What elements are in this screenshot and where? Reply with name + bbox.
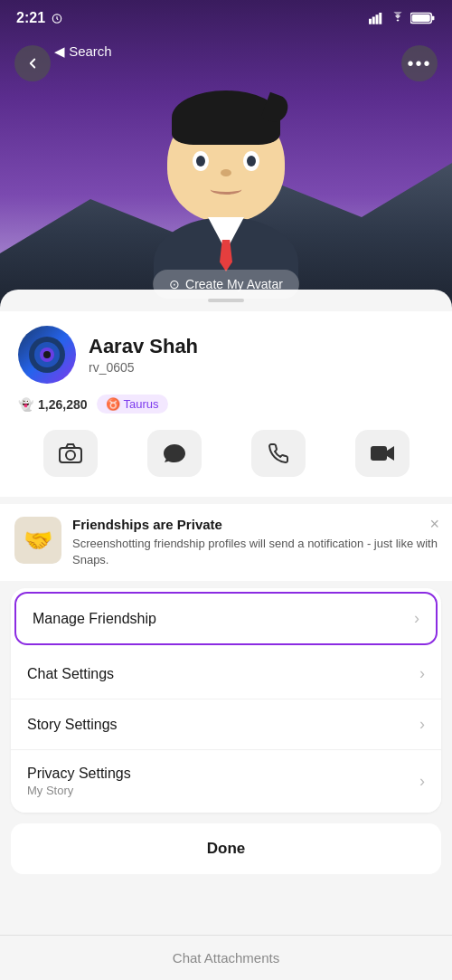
- wifi-icon: [390, 12, 406, 24]
- notice-text: Friendships are Private Screenshotting f…: [72, 517, 438, 568]
- video-icon: [370, 444, 395, 462]
- manage-friendship-label-group: Manage Friendship: [33, 611, 156, 627]
- alarm-icon: [51, 12, 63, 24]
- chat-icon: [163, 442, 186, 464]
- story-settings-label: Story Settings: [27, 717, 118, 733]
- zodiac-badge: ♉ Taurus: [97, 395, 168, 414]
- privacy-settings-label-group: Privacy Settings My Story: [27, 766, 131, 797]
- svg-rect-2: [372, 17, 375, 24]
- chat-settings-item[interactable]: Chat Settings ›: [11, 649, 441, 699]
- svg-point-11: [43, 351, 51, 358]
- camera-icon: [59, 443, 82, 463]
- ghost-icon: 👻: [18, 397, 33, 412]
- chat-settings-label-group: Chat Settings: [27, 666, 114, 682]
- profile-username: rv_0605: [89, 360, 434, 375]
- time: 2:21: [16, 10, 45, 26]
- bottom-peek-label: Chat Attachments: [173, 950, 279, 966]
- more-options-button[interactable]: •••: [401, 45, 438, 81]
- privacy-settings-sub: My Story: [27, 784, 131, 797]
- privacy-settings-label: Privacy Settings: [27, 766, 131, 782]
- chat-settings-chevron: ›: [419, 664, 425, 683]
- svg-rect-14: [371, 446, 387, 461]
- snap-score: 👻 1,26,280: [18, 397, 88, 412]
- privacy-settings-item[interactable]: Privacy Settings My Story ›: [11, 750, 441, 813]
- story-settings-label-group: Story Settings: [27, 717, 118, 733]
- chat-settings-label: Chat Settings: [27, 666, 114, 682]
- svg-rect-7: [412, 14, 430, 22]
- status-icons: [369, 12, 436, 24]
- story-settings-chevron: ›: [419, 715, 425, 734]
- svg-rect-6: [431, 16, 434, 21]
- manage-friendship-item[interactable]: Manage Friendship ›: [14, 592, 438, 645]
- manage-friendship-chevron: ›: [414, 609, 419, 628]
- privacy-settings-chevron: ›: [419, 772, 425, 791]
- battery-icon: [410, 12, 436, 24]
- avatar-image: [29, 337, 65, 373]
- done-button[interactable]: Done: [11, 823, 441, 874]
- notice-description: Screenshotting friendship profiles will …: [72, 536, 438, 568]
- done-section: Done: [11, 823, 441, 874]
- back-button[interactable]: [14, 45, 51, 81]
- create-avatar-button[interactable]: ⊙ Create My Avatar: [153, 270, 299, 299]
- back-arrow-icon: [24, 55, 41, 71]
- menu-section: Manage Friendship › Chat Settings › Stor…: [11, 588, 441, 813]
- notice-title: Friendships are Private: [72, 517, 438, 532]
- camera-icon: ⊙: [169, 277, 180, 291]
- svg-rect-1: [369, 19, 372, 24]
- svg-rect-3: [376, 14, 379, 24]
- search-back-label[interactable]: ◀ Search: [54, 43, 112, 60]
- drag-handle: [208, 299, 244, 302]
- manage-friendship-label: Manage Friendship: [33, 611, 156, 627]
- avatar: [18, 326, 76, 384]
- taurus-icon: ♉: [106, 397, 120, 411]
- profile-header: Aarav Shah rv_0605: [18, 326, 434, 384]
- story-settings-item[interactable]: Story Settings ›: [11, 699, 441, 750]
- svg-rect-4: [379, 13, 381, 24]
- profile-badges: 👻 1,26,280 ♉ Taurus: [18, 395, 434, 414]
- phone-button[interactable]: [251, 430, 306, 477]
- friendship-notice: 🤝 Friendships are Private Screenshotting…: [0, 504, 452, 581]
- signal-icon: [369, 12, 385, 24]
- notice-close-button[interactable]: ×: [429, 515, 439, 534]
- camera-button[interactable]: [43, 430, 98, 477]
- notice-icon: 🤝: [14, 517, 61, 564]
- more-dots-icon: •••: [407, 53, 431, 74]
- chat-button[interactable]: [147, 430, 202, 477]
- action-buttons: [18, 430, 434, 477]
- video-button[interactable]: [355, 430, 410, 477]
- profile-info: Aarav Shah rv_0605: [89, 335, 434, 375]
- profile-section: Aarav Shah rv_0605 👻 1,26,280 ♉ Taurus: [0, 311, 452, 497]
- bottom-peek: Chat Attachments: [0, 935, 452, 980]
- status-bar: 2:21: [0, 0, 452, 36]
- svg-point-13: [66, 451, 75, 460]
- profile-name: Aarav Shah: [89, 335, 434, 358]
- phone-icon: [268, 442, 289, 464]
- main-card: Aarav Shah rv_0605 👻 1,26,280 ♉ Taurus: [0, 290, 452, 980]
